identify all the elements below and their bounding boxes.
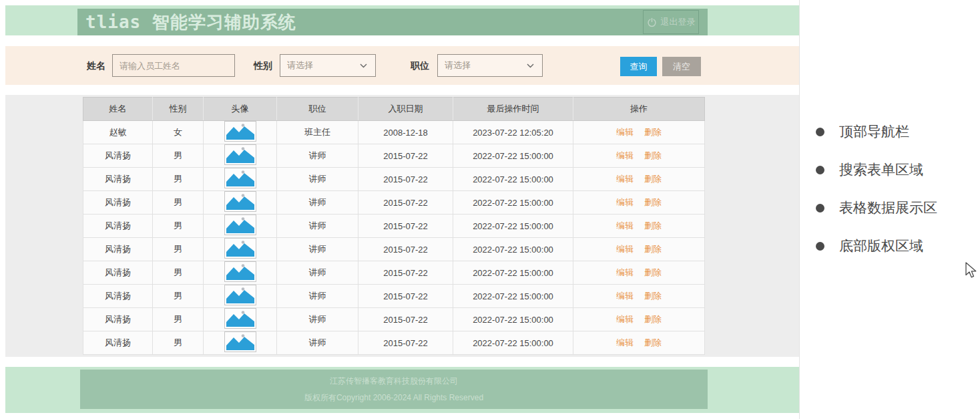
cell-actions: 编辑删除 xyxy=(573,261,705,285)
chevron-down-icon xyxy=(527,63,534,68)
cell-avatar xyxy=(204,261,277,285)
image-placeholder-icon xyxy=(224,215,256,235)
table-row: 赵敏女班主任2008-12-182023-07-22 12:05:20编辑删除 xyxy=(83,121,705,144)
cell-avatar xyxy=(204,308,277,331)
gender-label: 性别 xyxy=(254,46,272,85)
cell-hire-date: 2015-07-22 xyxy=(358,238,453,261)
cell-name: 赵敏 xyxy=(83,121,153,144)
annotation-item: 表格数据展示区 xyxy=(816,196,937,219)
cell-actions: 编辑删除 xyxy=(573,308,705,331)
gender-select[interactable]: 请选择 xyxy=(280,54,376,77)
cell-last-op-time: 2022-07-22 15:00:00 xyxy=(453,191,573,215)
position-label: 职位 xyxy=(411,46,429,85)
image-placeholder-icon xyxy=(224,191,256,212)
column-header: 头像 xyxy=(204,98,277,121)
delete-link[interactable]: 删除 xyxy=(644,150,662,160)
edit-link[interactable]: 编辑 xyxy=(616,197,634,207)
delete-link[interactable]: 删除 xyxy=(644,314,662,324)
table-row: 风清扬男讲师2015-07-222022-07-22 15:00:00编辑删除 xyxy=(83,261,705,285)
image-placeholder-icon xyxy=(224,121,256,142)
bullet-icon xyxy=(816,242,824,251)
delete-link[interactable]: 删除 xyxy=(644,197,662,207)
delete-link[interactable]: 删除 xyxy=(644,244,662,254)
cell-name: 风清扬 xyxy=(83,331,153,355)
edit-link[interactable]: 编辑 xyxy=(616,127,634,137)
cell-last-op-time: 2022-07-22 15:00:00 xyxy=(453,285,573,308)
edit-link[interactable]: 编辑 xyxy=(616,337,634,347)
cell-gender: 男 xyxy=(153,308,204,331)
name-search-input[interactable] xyxy=(112,54,235,77)
position-select[interactable]: 请选择 xyxy=(437,54,543,77)
annotation-label: 搜索表单区域 xyxy=(839,160,923,179)
cell-gender: 男 xyxy=(153,215,204,238)
image-placeholder-icon xyxy=(224,285,256,305)
cell-hire-date: 2015-07-22 xyxy=(358,331,453,355)
delete-link[interactable]: 删除 xyxy=(644,267,662,277)
edit-link[interactable]: 编辑 xyxy=(616,291,634,301)
edit-link[interactable]: 编辑 xyxy=(616,221,634,231)
table-row: 风清扬男讲师2015-07-222022-07-22 15:00:00编辑删除 xyxy=(83,144,705,168)
cell-hire-date: 2015-07-22 xyxy=(358,308,453,331)
footer-company: 江苏传智播客教育科技股份有限公司 xyxy=(80,376,708,387)
cell-hire-date: 2015-07-22 xyxy=(358,191,453,215)
edit-link[interactable]: 编辑 xyxy=(616,244,634,254)
table-row: 风清扬男讲师2015-07-222022-07-22 15:00:00编辑删除 xyxy=(83,215,705,238)
delete-link[interactable]: 删除 xyxy=(644,127,662,137)
footer-band: 江苏传智播客教育科技股份有限公司 版权所有Copyright 2006-2024… xyxy=(5,367,799,413)
column-header: 操作 xyxy=(573,98,705,121)
cell-last-op-time: 2022-07-22 15:00:00 xyxy=(453,331,573,355)
delete-link[interactable]: 删除 xyxy=(644,337,662,347)
cell-avatar xyxy=(204,285,277,308)
footer-copyright: 版权所有Copyright 2006-2024 All Rights Reser… xyxy=(80,392,708,404)
cell-actions: 编辑删除 xyxy=(573,238,705,261)
cell-hire-date: 2008-12-18 xyxy=(358,121,453,144)
cell-actions: 编辑删除 xyxy=(573,331,705,355)
cell-name: 风清扬 xyxy=(83,308,153,331)
bullet-icon xyxy=(816,128,824,136)
cell-last-op-time: 2022-07-22 15:00:00 xyxy=(453,238,573,261)
top-navbar: tlias 智能学习辅助系统 退出登录 xyxy=(77,9,708,35)
image-placeholder-icon xyxy=(224,168,256,188)
edit-link[interactable]: 编辑 xyxy=(616,267,634,277)
cell-avatar xyxy=(204,121,277,144)
delete-link[interactable]: 删除 xyxy=(644,291,662,301)
clear-button[interactable]: 清空 xyxy=(662,57,701,76)
top-navbar-band: tlias 智能学习辅助系统 退出登录 xyxy=(5,5,799,35)
annotation-item: 搜索表单区域 xyxy=(816,158,937,181)
cell-hire-date: 2015-07-22 xyxy=(358,215,453,238)
column-header: 姓名 xyxy=(83,98,153,121)
logout-button[interactable]: 退出登录 xyxy=(643,10,699,34)
cell-gender: 男 xyxy=(153,238,204,261)
delete-link[interactable]: 删除 xyxy=(644,221,662,231)
image-placeholder-icon xyxy=(224,238,256,259)
image-placeholder-icon xyxy=(224,144,256,165)
cell-gender: 男 xyxy=(153,144,204,168)
cell-gender: 女 xyxy=(153,121,204,144)
table-row: 风清扬男讲师2015-07-222022-07-22 15:00:00编辑删除 xyxy=(83,331,705,355)
cell-gender: 男 xyxy=(153,331,204,355)
table-header-row: 姓名性别头像职位入职日期最后操作时间操作 xyxy=(83,98,705,121)
annotation-label: 表格数据展示区 xyxy=(839,198,937,217)
power-icon xyxy=(647,17,657,27)
cell-avatar xyxy=(204,191,277,215)
screenshot-root: tlias 智能学习辅助系统 退出登录 姓名 性别 请选择 职位 请选择 xyxy=(0,0,980,419)
cell-actions: 编辑删除 xyxy=(573,191,705,215)
table-row: 风清扬男讲师2015-07-222022-07-22 15:00:00编辑删除 xyxy=(83,168,705,191)
cell-name: 风清扬 xyxy=(83,285,153,308)
table-row: 风清扬男讲师2015-07-222022-07-22 15:00:00编辑删除 xyxy=(83,191,705,215)
query-button[interactable]: 查询 xyxy=(620,57,657,76)
cell-name: 风清扬 xyxy=(83,168,153,191)
cell-actions: 编辑删除 xyxy=(573,121,705,144)
edit-link[interactable]: 编辑 xyxy=(616,314,634,324)
cell-gender: 男 xyxy=(153,168,204,191)
edit-link[interactable]: 编辑 xyxy=(616,150,634,160)
logout-label: 退出登录 xyxy=(661,16,696,28)
cell-avatar xyxy=(204,144,277,168)
edit-link[interactable]: 编辑 xyxy=(616,174,634,184)
cell-position: 讲师 xyxy=(277,261,358,285)
annotation-list: 顶部导航栏搜索表单区域表格数据展示区底部版权区域 xyxy=(816,120,937,273)
table-row: 风清扬男讲师2015-07-222022-07-22 15:00:00编辑删除 xyxy=(83,308,705,331)
delete-link[interactable]: 删除 xyxy=(644,174,662,184)
app-title: tlias 智能学习辅助系统 xyxy=(85,11,296,34)
cell-last-op-time: 2022-07-22 15:00:00 xyxy=(453,308,573,331)
